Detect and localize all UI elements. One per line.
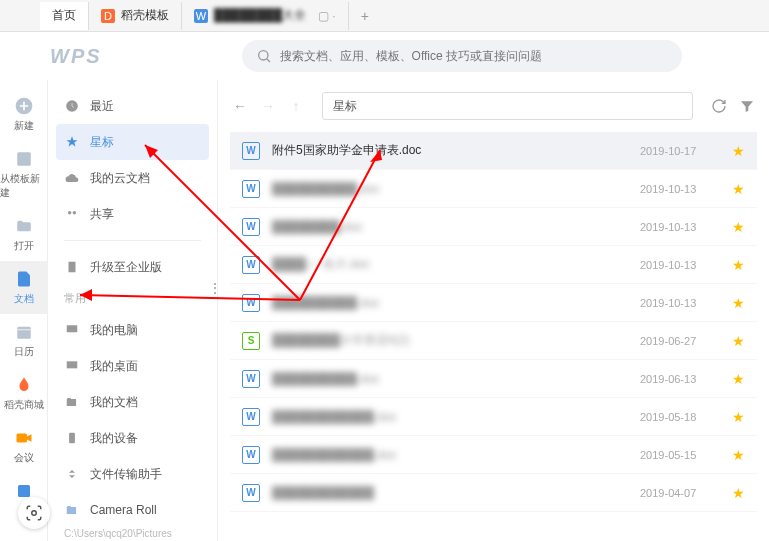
- file-row[interactable]: W ██████████.doc 2019-10-13 ★: [230, 170, 757, 208]
- file-type-icon: S: [242, 332, 260, 350]
- calendar-icon: [14, 322, 34, 342]
- nav-template[interactable]: 从模板新建: [0, 141, 48, 208]
- nav-new[interactable]: 新建: [0, 88, 48, 141]
- svg-rect-10: [69, 262, 76, 273]
- file-date: 2019-10-13: [640, 183, 720, 195]
- template-icon: [14, 149, 34, 169]
- file-row[interactable]: W ██████████.doc 2019-10-13 ★: [230, 284, 757, 322]
- file-name: ██████████.doc: [272, 296, 628, 310]
- nav-open[interactable]: 打开: [0, 208, 48, 261]
- refresh-button[interactable]: [709, 96, 729, 116]
- cat-cloud[interactable]: 我的云文档: [48, 160, 217, 196]
- tab-add-button[interactable]: +: [349, 8, 381, 24]
- nav-shop[interactable]: 稻壳商城: [0, 367, 48, 420]
- file-name: ████████大学英语II(2): [272, 332, 628, 349]
- file-date: 2019-06-27: [640, 335, 720, 347]
- tab-doc[interactable]: W████████大全▢ ·: [182, 2, 349, 30]
- tab-daoke[interactable]: D稻壳模板: [89, 2, 182, 30]
- file-row[interactable]: W ████──名片.doc 2019-10-13 ★: [230, 246, 757, 284]
- svg-rect-11: [67, 325, 78, 332]
- file-star-icon[interactable]: ★: [732, 219, 745, 235]
- word-icon: W: [194, 9, 208, 23]
- file-name: ██████████.doc: [272, 182, 628, 196]
- nav-up-button[interactable]: ↑: [286, 96, 306, 116]
- svg-rect-13: [69, 433, 75, 444]
- nav-forward-button[interactable]: →: [258, 96, 278, 116]
- clock-icon: [64, 98, 80, 114]
- tab-bar: 首页 D稻壳模板 W████████大全▢ · +: [0, 0, 769, 32]
- mydoc-icon: [64, 394, 80, 410]
- cat-devices[interactable]: 我的设备: [48, 420, 217, 456]
- search-input[interactable]: [280, 49, 668, 63]
- file-type-icon: W: [242, 294, 260, 312]
- camera-folder-icon: [64, 502, 80, 518]
- filter-button[interactable]: [737, 96, 757, 116]
- shop-icon: [14, 375, 34, 395]
- transfer-icon: [64, 466, 80, 482]
- file-type-icon: W: [242, 370, 260, 388]
- sidebar-categories: 最近 星标 我的云文档 共享 升级至企业版 常用 我的电脑 我的桌面 我的文档 …: [48, 80, 218, 541]
- file-type-icon: W: [242, 142, 260, 160]
- cat-camera[interactable]: Camera Roll: [48, 492, 217, 528]
- file-star-icon[interactable]: ★: [732, 143, 745, 159]
- nav-docs[interactable]: 文档: [0, 261, 48, 314]
- file-row[interactable]: W ████████████.doc 2019-05-18 ★: [230, 398, 757, 436]
- file-row[interactable]: W ████████████.doc 2019-05-15 ★: [230, 436, 757, 474]
- file-name: ████████████: [272, 486, 628, 500]
- file-type-icon: W: [242, 408, 260, 426]
- file-star-icon[interactable]: ★: [732, 333, 745, 349]
- file-row[interactable]: W ██████████.doc 2019-06-13 ★: [230, 360, 757, 398]
- svg-rect-6: [18, 485, 30, 497]
- file-star-icon[interactable]: ★: [732, 409, 745, 425]
- cat-enterprise[interactable]: 升级至企业版: [48, 249, 217, 285]
- file-row[interactable]: S ████████大学英语II(2) 2019-06-27 ★: [230, 322, 757, 360]
- cat-share[interactable]: 共享: [48, 196, 217, 232]
- breadcrumb[interactable]: 星标: [322, 92, 693, 120]
- svg-rect-4: [17, 327, 31, 339]
- file-star-icon[interactable]: ★: [732, 257, 745, 273]
- file-star-icon[interactable]: ★: [732, 295, 745, 311]
- file-date: 2019-06-13: [640, 373, 720, 385]
- svg-point-20: [32, 511, 37, 516]
- file-date: 2019-10-13: [640, 221, 720, 233]
- file-date: 2019-10-17: [640, 145, 720, 157]
- file-star-icon[interactable]: ★: [732, 485, 745, 501]
- file-star-icon[interactable]: ★: [732, 181, 745, 197]
- cat-path: C:\Users\qcq20\Pictures: [48, 528, 217, 539]
- content-header: ← → ↑ 星标: [230, 88, 757, 124]
- lens-button[interactable]: [18, 497, 50, 529]
- search-icon: [256, 48, 272, 64]
- file-star-icon[interactable]: ★: [732, 371, 745, 387]
- cat-recent[interactable]: 最近: [48, 88, 217, 124]
- cat-mydocs[interactable]: 我的文档: [48, 384, 217, 420]
- sidebar-narrow: 新建 从模板新建 打开 文档 日历 稻壳商城 会议: [0, 80, 48, 541]
- nav-back-button[interactable]: ←: [230, 96, 250, 116]
- file-name: 附件5国家助学金申请表.doc: [272, 142, 628, 159]
- svg-rect-12: [67, 361, 78, 368]
- lens-icon: [25, 504, 43, 522]
- doc-icon: [14, 269, 34, 289]
- svg-point-9: [73, 211, 77, 215]
- file-star-icon[interactable]: ★: [732, 447, 745, 463]
- file-type-icon: W: [242, 484, 260, 502]
- file-row[interactable]: W ████████.doc 2019-10-13 ★: [230, 208, 757, 246]
- file-row[interactable]: W ████████████ 2019-04-07 ★: [230, 474, 757, 512]
- star-icon: [64, 134, 80, 150]
- file-row[interactable]: W 附件5国家助学金申请表.doc 2019-10-17 ★: [230, 132, 757, 170]
- nav-meeting[interactable]: 会议: [0, 420, 48, 473]
- more-menu-icon[interactable]: ⋮: [208, 280, 222, 296]
- nav-calendar[interactable]: 日历: [0, 314, 48, 367]
- file-type-icon: W: [242, 446, 260, 464]
- file-date: 2019-10-13: [640, 259, 720, 271]
- cat-desktop[interactable]: 我的桌面: [48, 348, 217, 384]
- search-box[interactable]: [242, 40, 682, 72]
- file-name: ██████████.doc: [272, 372, 628, 386]
- svg-point-0: [258, 51, 267, 60]
- cat-mypc[interactable]: 我的电脑: [48, 312, 217, 348]
- tab-home[interactable]: 首页: [40, 2, 89, 30]
- file-type-icon: W: [242, 218, 260, 236]
- file-date: 2019-04-07: [640, 487, 720, 499]
- share-icon: [64, 206, 80, 222]
- cat-transfer[interactable]: 文件传输助手: [48, 456, 217, 492]
- cat-starred[interactable]: 星标: [56, 124, 209, 160]
